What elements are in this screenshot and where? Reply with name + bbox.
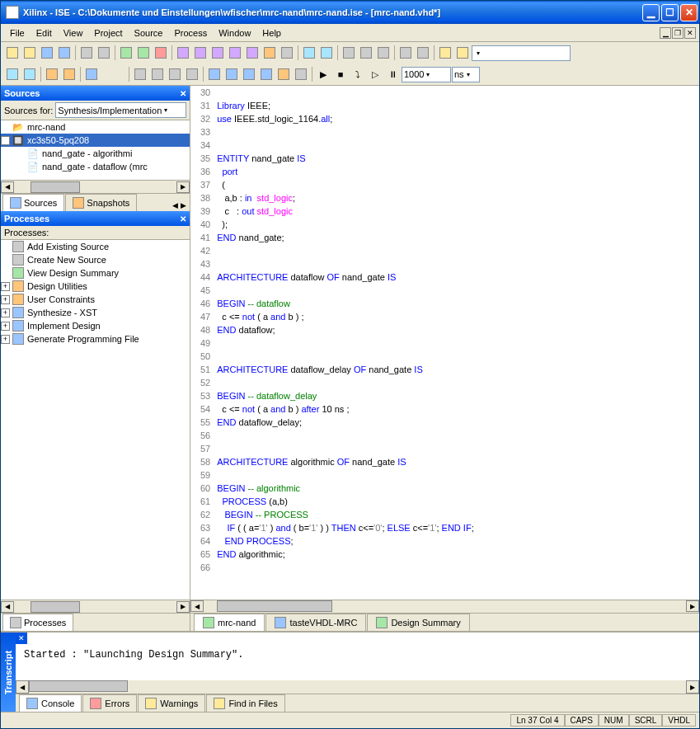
step-button[interactable]: ⤵: [350, 66, 366, 82]
tab-errors[interactable]: Errors: [82, 694, 137, 712]
mdi-minimize-button[interactable]: ▁: [660, 27, 671, 39]
addsource-button[interactable]: [135, 45, 152, 61]
sources-close-icon[interactable]: ✕: [180, 89, 186, 98]
find-combo[interactable]: [472, 45, 571, 61]
expander-icon[interactable]: +: [1, 282, 10, 291]
bookmark-button[interactable]: [454, 45, 471, 61]
nav6-button[interactable]: [293, 66, 309, 82]
sources-tab-nav[interactable]: ◀ ▶: [169, 200, 190, 211]
proc3-button[interactable]: [209, 45, 226, 61]
nav1-button[interactable]: [206, 66, 223, 82]
new-button[interactable]: [4, 45, 21, 61]
minimize-button[interactable]: ▁: [642, 4, 660, 21]
sim3-button[interactable]: [44, 66, 60, 82]
sim5-button[interactable]: [83, 66, 100, 82]
comment-button[interactable]: [167, 66, 183, 82]
newsource-button[interactable]: [118, 45, 134, 61]
time-value-combo[interactable]: 1000: [402, 67, 451, 82]
editor-tab[interactable]: Design Summary: [367, 614, 469, 631]
save-button[interactable]: [39, 45, 55, 61]
process-item[interactable]: View Design Summary: [1, 266, 190, 280]
proc1-button[interactable]: [175, 45, 191, 61]
processes-close-icon[interactable]: ✕: [180, 214, 186, 223]
tab-findinfiles[interactable]: Find in Files: [206, 694, 284, 712]
process-item[interactable]: +Design Utilities: [1, 280, 190, 293]
proc4-button[interactable]: [227, 45, 243, 61]
expander-icon[interactable]: +: [1, 308, 10, 317]
menu-help[interactable]: Help: [256, 26, 287, 40]
expander-icon[interactable]: +: [1, 335, 10, 344]
nav2-button[interactable]: [223, 66, 240, 82]
tab-processes[interactable]: Processes: [2, 614, 73, 631]
proc2-button[interactable]: [192, 45, 209, 61]
stop-button[interactable]: ■: [332, 66, 349, 82]
cleanup-button[interactable]: [153, 45, 169, 61]
menu-project[interactable]: Project: [88, 26, 128, 40]
tab-snapshots[interactable]: Snapshots: [65, 194, 137, 211]
process-item[interactable]: Create New Source: [1, 253, 190, 266]
find-button[interactable]: [437, 45, 453, 61]
menu-source[interactable]: Source: [129, 26, 169, 40]
mdi-restore-button[interactable]: ❐: [672, 27, 684, 39]
processes-hscrollbar[interactable]: ◀▶: [1, 600, 190, 613]
nav4-button[interactable]: [258, 66, 275, 82]
menu-process[interactable]: Process: [168, 26, 213, 40]
transcript-close-button[interactable]: ✕: [16, 633, 27, 644]
menu-window[interactable]: Window: [213, 26, 256, 40]
editor-tab[interactable]: tasteVHDL-MRC: [265, 614, 366, 631]
tree-item[interactable]: 📂mrc-nand: [1, 120, 190, 134]
menu-file[interactable]: File: [4, 26, 31, 40]
whatsthis-button[interactable]: [318, 45, 335, 61]
menu-edit[interactable]: Edit: [31, 26, 58, 40]
tab-warnings[interactable]: Warnings: [138, 694, 205, 712]
pause-button[interactable]: ⏸: [384, 66, 401, 82]
close-button[interactable]: ✕: [680, 4, 698, 21]
editor-tab[interactable]: mrc-nand: [194, 614, 265, 631]
tree-item[interactable]: 📄nand_gate - dataflow (mrc: [1, 160, 190, 173]
play-button[interactable]: ▷: [367, 66, 383, 82]
tree-item[interactable]: 📄nand_gate - algorithmi: [1, 147, 190, 160]
editor-hscrollbar[interactable]: ◀▶: [190, 600, 699, 613]
sources-hscrollbar[interactable]: ◀▶: [1, 180, 190, 193]
expander-icon[interactable]: +: [1, 322, 10, 331]
proc5-button[interactable]: [244, 45, 261, 61]
transcript-hscrollbar[interactable]: ◀ ▶: [16, 680, 699, 694]
help-button[interactable]: [301, 45, 317, 61]
outdent-button[interactable]: [149, 66, 166, 82]
sources-for-combo[interactable]: Synthesis/Implementation: [55, 102, 186, 118]
paste-button[interactable]: [375, 45, 392, 61]
code-editor[interactable]: 3031323334353637383940414243444546474849…: [190, 86, 699, 600]
maximize-button[interactable]: ☐: [661, 4, 679, 21]
code-content[interactable]: Library IEEE;use IEEE.std_logic_1164.all…: [217, 86, 699, 600]
sim2-button[interactable]: [21, 66, 38, 82]
process-item[interactable]: +Synthesize - XST: [1, 306, 190, 319]
open-button[interactable]: [21, 45, 38, 61]
redo-button[interactable]: [415, 45, 431, 61]
sim4-button[interactable]: [61, 66, 78, 82]
time-unit-combo[interactable]: ns: [452, 67, 480, 82]
process-item[interactable]: +Implement Design: [1, 319, 190, 332]
process-item[interactable]: Add Existing Source: [1, 240, 190, 253]
expander-icon[interactable]: +: [1, 295, 10, 304]
cut-button[interactable]: [341, 45, 357, 61]
print-button[interactable]: [78, 45, 95, 61]
undo-button[interactable]: [397, 45, 414, 61]
nav5-button[interactable]: [275, 66, 292, 82]
options-button[interactable]: [279, 45, 295, 61]
tools-button[interactable]: [261, 45, 278, 61]
process-item[interactable]: +User Constraints: [1, 293, 190, 306]
mdi-close-button[interactable]: ✕: [684, 27, 696, 39]
tab-console[interactable]: Console: [19, 694, 82, 712]
sim1-button[interactable]: [4, 66, 21, 82]
run-button[interactable]: ▶: [315, 66, 331, 82]
saveall-button[interactable]: [56, 45, 73, 61]
menu-view[interactable]: View: [58, 26, 89, 40]
tree-item[interactable]: -🔲xc3s50-5pq208: [1, 134, 190, 147]
expander-icon[interactable]: -: [1, 136, 10, 145]
processes-tree[interactable]: Add Existing SourceCreate New SourceView…: [1, 240, 190, 600]
process-item[interactable]: +Generate Programming File: [1, 332, 190, 346]
printpreview-button[interactable]: [96, 45, 112, 61]
tab-sources[interactable]: Sources: [2, 194, 64, 211]
copy-button[interactable]: [358, 45, 374, 61]
uncomment-button[interactable]: [184, 66, 200, 82]
